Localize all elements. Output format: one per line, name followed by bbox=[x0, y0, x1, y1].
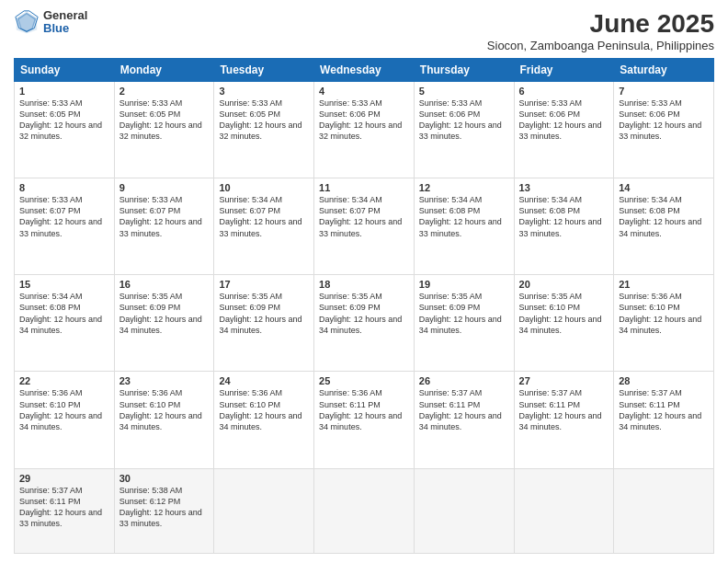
day-number: 28 bbox=[619, 375, 709, 386]
day-cell: 6Sunrise: 5:33 AMSunset: 6:06 PMDaylight… bbox=[514, 82, 614, 178]
day-number: 30 bbox=[119, 473, 210, 484]
day-number: 4 bbox=[319, 86, 409, 97]
day-info: Sunrise: 5:34 AMSunset: 6:08 PMDaylight:… bbox=[519, 195, 602, 237]
day-info: Sunrise: 5:33 AMSunset: 6:06 PMDaylight:… bbox=[519, 98, 602, 141]
logo-blue-text: Blue bbox=[43, 22, 87, 35]
header-sunday: Sunday bbox=[15, 59, 115, 82]
day-number: 1 bbox=[19, 86, 109, 97]
day-number: 25 bbox=[319, 375, 409, 386]
location-title: Siocon, Zamboanga Peninsula, Philippines bbox=[487, 39, 714, 52]
day-cell: 30Sunrise: 5:38 AMSunset: 6:12 PMDayligh… bbox=[114, 468, 214, 553]
day-cell: 7Sunrise: 5:33 AMSunset: 6:06 PMDaylight… bbox=[614, 82, 714, 178]
day-cell bbox=[514, 468, 614, 553]
day-info: Sunrise: 5:37 AMSunset: 6:11 PMDaylight:… bbox=[619, 388, 701, 431]
day-cell: 1Sunrise: 5:33 AMSunset: 6:05 PMDaylight… bbox=[15, 82, 115, 178]
week-row-2: 8Sunrise: 5:33 AMSunset: 6:07 PMDaylight… bbox=[15, 178, 714, 275]
day-number: 18 bbox=[319, 279, 409, 290]
title-block: June 2025 Siocon, Zamboanga Peninsula, P… bbox=[487, 9, 714, 52]
day-number: 19 bbox=[419, 279, 509, 290]
day-number: 24 bbox=[219, 375, 309, 386]
day-info: Sunrise: 5:34 AMSunset: 6:08 PMDaylight:… bbox=[619, 195, 701, 237]
day-cell bbox=[214, 468, 314, 553]
week-row-5: 29Sunrise: 5:37 AMSunset: 6:11 PMDayligh… bbox=[15, 468, 714, 553]
day-info: Sunrise: 5:33 AMSunset: 6:06 PMDaylight:… bbox=[319, 98, 402, 141]
day-cell: 14Sunrise: 5:34 AMSunset: 6:08 PMDayligh… bbox=[614, 178, 714, 275]
day-info: Sunrise: 5:33 AMSunset: 6:05 PMDaylight:… bbox=[219, 98, 301, 141]
day-cell: 19Sunrise: 5:35 AMSunset: 6:09 PMDayligh… bbox=[414, 275, 514, 372]
day-cell: 4Sunrise: 5:33 AMSunset: 6:06 PMDaylight… bbox=[314, 82, 415, 178]
day-cell: 21Sunrise: 5:36 AMSunset: 6:10 PMDayligh… bbox=[614, 275, 714, 372]
logo-text: General Blue bbox=[43, 9, 87, 36]
day-number: 3 bbox=[219, 86, 309, 97]
header: General Blue June 2025 Siocon, Zamboanga… bbox=[14, 9, 714, 52]
month-title: June 2025 bbox=[487, 9, 714, 39]
day-info: Sunrise: 5:34 AMSunset: 6:07 PMDaylight:… bbox=[319, 195, 402, 237]
header-tuesday: Tuesday bbox=[214, 59, 314, 82]
day-number: 10 bbox=[219, 182, 309, 193]
day-number: 23 bbox=[119, 375, 210, 386]
day-number: 29 bbox=[19, 473, 109, 484]
week-row-4: 22Sunrise: 5:36 AMSunset: 6:10 PMDayligh… bbox=[15, 372, 714, 468]
day-info: Sunrise: 5:33 AMSunset: 6:07 PMDaylight:… bbox=[19, 195, 102, 237]
day-number: 16 bbox=[119, 279, 210, 290]
day-cell: 29Sunrise: 5:37 AMSunset: 6:11 PMDayligh… bbox=[15, 468, 115, 553]
day-info: Sunrise: 5:35 AMSunset: 6:09 PMDaylight:… bbox=[219, 292, 301, 334]
day-cell: 10Sunrise: 5:34 AMSunset: 6:07 PMDayligh… bbox=[214, 178, 314, 275]
calendar: Sunday Monday Tuesday Wednesday Thursday… bbox=[14, 58, 714, 554]
day-cell: 26Sunrise: 5:37 AMSunset: 6:11 PMDayligh… bbox=[414, 372, 514, 468]
day-cell: 16Sunrise: 5:35 AMSunset: 6:09 PMDayligh… bbox=[114, 275, 214, 372]
day-cell bbox=[614, 468, 714, 553]
header-saturday: Saturday bbox=[614, 59, 714, 82]
week-row-1: 1Sunrise: 5:33 AMSunset: 6:05 PMDaylight… bbox=[15, 82, 714, 178]
day-number: 22 bbox=[19, 375, 109, 386]
day-cell: 23Sunrise: 5:36 AMSunset: 6:10 PMDayligh… bbox=[114, 372, 214, 468]
day-cell: 9Sunrise: 5:33 AMSunset: 6:07 PMDaylight… bbox=[114, 178, 214, 275]
logo: General Blue bbox=[14, 9, 87, 36]
day-number: 27 bbox=[519, 375, 609, 386]
day-info: Sunrise: 5:36 AMSunset: 6:10 PMDaylight:… bbox=[219, 388, 301, 431]
day-cell: 17Sunrise: 5:35 AMSunset: 6:09 PMDayligh… bbox=[214, 275, 314, 372]
day-cell: 3Sunrise: 5:33 AMSunset: 6:05 PMDaylight… bbox=[214, 82, 314, 178]
day-cell: 22Sunrise: 5:36 AMSunset: 6:10 PMDayligh… bbox=[15, 372, 115, 468]
day-number: 12 bbox=[419, 182, 509, 193]
day-info: Sunrise: 5:33 AMSunset: 6:06 PMDaylight:… bbox=[419, 98, 502, 141]
day-info: Sunrise: 5:36 AMSunset: 6:11 PMDaylight:… bbox=[319, 388, 402, 431]
day-info: Sunrise: 5:33 AMSunset: 6:06 PMDaylight:… bbox=[619, 98, 701, 141]
day-cell: 27Sunrise: 5:37 AMSunset: 6:11 PMDayligh… bbox=[514, 372, 614, 468]
header-thursday: Thursday bbox=[414, 59, 514, 82]
logo-general-text: General bbox=[43, 9, 87, 22]
day-number: 8 bbox=[19, 182, 109, 193]
day-number: 2 bbox=[119, 86, 210, 97]
day-info: Sunrise: 5:35 AMSunset: 6:09 PMDaylight:… bbox=[319, 292, 402, 334]
day-cell: 12Sunrise: 5:34 AMSunset: 6:08 PMDayligh… bbox=[414, 178, 514, 275]
day-cell: 11Sunrise: 5:34 AMSunset: 6:07 PMDayligh… bbox=[314, 178, 415, 275]
day-number: 7 bbox=[619, 86, 709, 97]
day-cell: 8Sunrise: 5:33 AMSunset: 6:07 PMDaylight… bbox=[15, 178, 115, 275]
day-number: 14 bbox=[619, 182, 709, 193]
day-cell: 20Sunrise: 5:35 AMSunset: 6:10 PMDayligh… bbox=[514, 275, 614, 372]
day-info: Sunrise: 5:37 AMSunset: 6:11 PMDaylight:… bbox=[419, 388, 502, 431]
day-info: Sunrise: 5:33 AMSunset: 6:05 PMDaylight:… bbox=[119, 98, 202, 141]
day-info: Sunrise: 5:36 AMSunset: 6:10 PMDaylight:… bbox=[619, 292, 701, 334]
day-info: Sunrise: 5:37 AMSunset: 6:11 PMDaylight:… bbox=[19, 486, 102, 528]
weekday-header-row: Sunday Monday Tuesday Wednesday Thursday… bbox=[15, 59, 714, 82]
day-number: 9 bbox=[119, 182, 210, 193]
day-info: Sunrise: 5:35 AMSunset: 6:09 PMDaylight:… bbox=[119, 292, 202, 334]
header-monday: Monday bbox=[114, 59, 214, 82]
day-info: Sunrise: 5:34 AMSunset: 6:08 PMDaylight:… bbox=[19, 292, 102, 334]
day-info: Sunrise: 5:37 AMSunset: 6:11 PMDaylight:… bbox=[519, 388, 602, 431]
day-info: Sunrise: 5:34 AMSunset: 6:07 PMDaylight:… bbox=[219, 195, 301, 237]
day-cell bbox=[314, 468, 415, 553]
day-cell bbox=[414, 468, 514, 553]
day-info: Sunrise: 5:34 AMSunset: 6:08 PMDaylight:… bbox=[419, 195, 502, 237]
logo-icon bbox=[14, 9, 40, 35]
day-info: Sunrise: 5:36 AMSunset: 6:10 PMDaylight:… bbox=[19, 388, 102, 431]
day-info: Sunrise: 5:33 AMSunset: 6:07 PMDaylight:… bbox=[119, 195, 202, 237]
day-cell: 24Sunrise: 5:36 AMSunset: 6:10 PMDayligh… bbox=[214, 372, 314, 468]
day-info: Sunrise: 5:33 AMSunset: 6:05 PMDaylight:… bbox=[19, 98, 102, 141]
header-wednesday: Wednesday bbox=[314, 59, 415, 82]
day-number: 17 bbox=[219, 279, 309, 290]
page: General Blue June 2025 Siocon, Zamboanga… bbox=[0, 0, 728, 563]
day-number: 5 bbox=[419, 86, 509, 97]
day-info: Sunrise: 5:35 AMSunset: 6:09 PMDaylight:… bbox=[419, 292, 502, 334]
